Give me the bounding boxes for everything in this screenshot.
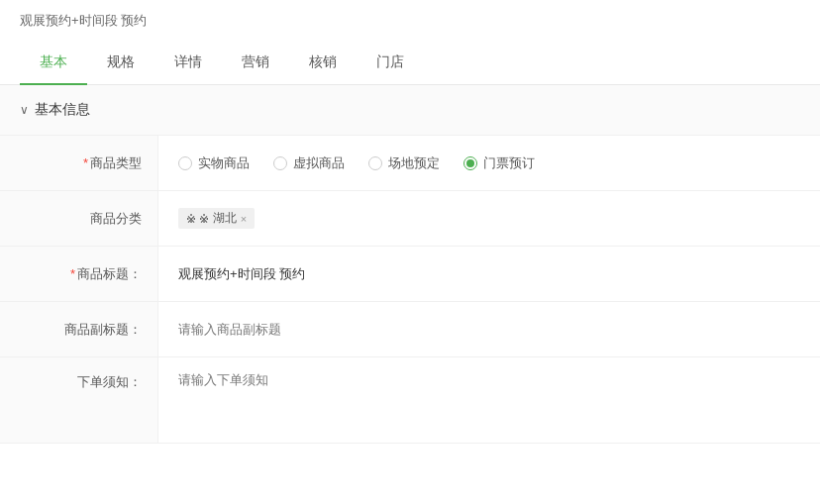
tab-store[interactable]: 门店	[357, 40, 424, 85]
radio-physical-label: 实物商品	[198, 154, 250, 172]
product-subtitle-label: 商品副标题：	[0, 302, 158, 356]
tab-spec[interactable]: 规格	[87, 40, 154, 85]
category-tag-close-icon[interactable]: ×	[241, 213, 247, 225]
page-container: 观展预约+时间段 预约 基本 规格 详情 营销 核销 门店 ∨ 基本信息 * 商…	[0, 0, 820, 504]
product-type-label-text: 商品类型	[90, 154, 142, 172]
order-notice-input[interactable]	[178, 371, 800, 431]
product-category-label-text: 商品分类	[90, 210, 142, 228]
product-type-value: 实物商品 虚拟商品 场地预定 门票预订	[158, 136, 820, 190]
order-notice-label: 下单须知：	[0, 357, 158, 443]
radio-ticket[interactable]: 门票预订	[463, 154, 535, 172]
radio-venue[interactable]: 场地预定	[368, 154, 440, 172]
radio-physical-circle	[178, 156, 192, 170]
product-title-label-text: 商品标题：	[77, 265, 142, 283]
product-category-label: 商品分类	[0, 191, 158, 246]
tab-verification[interactable]: 核销	[289, 40, 357, 85]
radio-venue-label: 场地预定	[388, 154, 440, 172]
product-subtitle-value	[158, 302, 820, 356]
content-area: ∨ 基本信息 * 商品类型 实物商品	[0, 85, 820, 463]
breadcrumb-text: 观展预约+时间段 预约	[20, 13, 147, 28]
collapse-arrow-icon[interactable]: ∨	[20, 103, 29, 117]
radio-virtual-circle	[273, 156, 287, 170]
product-title-value	[158, 247, 820, 301]
product-type-radio-group: 实物商品 虚拟商品 场地预定 门票预订	[178, 154, 535, 172]
required-star: *	[83, 155, 88, 170]
product-category-value: ※ ※ 湖北 ×	[158, 191, 820, 246]
order-notice-value	[158, 357, 820, 443]
tabs-bar: 基本 规格 详情 营销 核销 门店	[0, 40, 820, 85]
product-category-row: 商品分类 ※ ※ 湖北 ×	[0, 191, 820, 247]
tab-basic[interactable]: 基本	[20, 40, 87, 85]
radio-venue-circle	[368, 156, 382, 170]
product-title-input[interactable]	[178, 266, 800, 281]
tab-detail[interactable]: 详情	[154, 40, 222, 85]
radio-physical[interactable]: 实物商品	[178, 154, 250, 172]
product-title-label: * 商品标题：	[0, 247, 158, 301]
order-notice-label-text: 下单须知：	[77, 373, 142, 391]
product-type-row: * 商品类型 实物商品 虚拟商品	[0, 136, 820, 191]
category-tag[interactable]: ※ ※ 湖北 ×	[178, 208, 255, 229]
order-notice-row: 下单须知：	[0, 357, 820, 444]
product-subtitle-input[interactable]	[178, 322, 800, 337]
section-title: 基本信息	[35, 101, 90, 119]
radio-virtual[interactable]: 虚拟商品	[273, 154, 345, 172]
breadcrumb: 观展预约+时间段 预约	[0, 0, 820, 40]
category-tag-prefix: ※ ※	[186, 212, 209, 226]
product-type-label: * 商品类型	[0, 136, 158, 190]
product-title-row: * 商品标题：	[0, 247, 820, 302]
required-star-2: *	[70, 266, 75, 281]
tab-marketing[interactable]: 营销	[222, 40, 289, 85]
product-subtitle-row: 商品副标题：	[0, 302, 820, 357]
form: * 商品类型 实物商品 虚拟商品	[0, 136, 820, 444]
product-subtitle-label-text: 商品副标题：	[64, 321, 142, 339]
radio-ticket-circle	[463, 156, 477, 170]
category-tag-text: 湖北	[213, 210, 237, 227]
section-header: ∨ 基本信息	[0, 85, 820, 136]
radio-virtual-label: 虚拟商品	[293, 154, 345, 172]
radio-ticket-label: 门票预订	[483, 154, 535, 172]
